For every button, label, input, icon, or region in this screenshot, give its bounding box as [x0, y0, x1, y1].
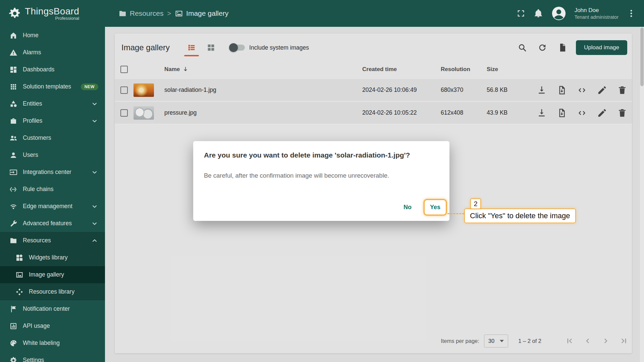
tutorial-connector-line — [447, 213, 464, 214]
tutorial-hint: Click "Yes" to delete the image — [464, 208, 576, 223]
dialog-message: Be careful, after the confirmation image… — [204, 172, 439, 179]
dialog-title: Are you sure you want to delete image 's… — [204, 151, 439, 159]
tutorial-target-highlight: Yes — [424, 199, 447, 216]
tutorial-step-number: 2 — [470, 198, 481, 209]
yes-button[interactable]: Yes — [425, 200, 446, 215]
no-button[interactable]: No — [398, 200, 417, 215]
delete-confirm-dialog: Are you sure you want to delete image 's… — [193, 141, 449, 221]
